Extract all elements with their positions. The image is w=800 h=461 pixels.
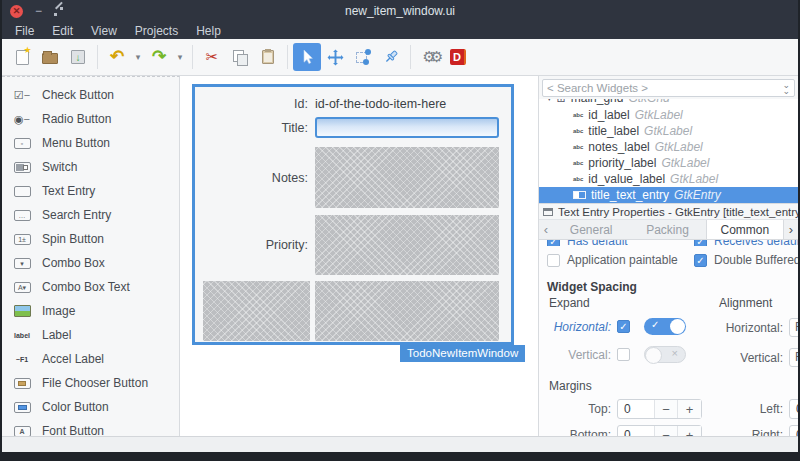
devhelp-button[interactable]: D bbox=[444, 43, 472, 71]
redo-menu-button[interactable]: ▾ bbox=[173, 43, 187, 71]
double-buffered-label: Double Buffered bbox=[714, 253, 798, 267]
right-placeholder[interactable] bbox=[315, 281, 499, 341]
tab-general[interactable]: General bbox=[553, 220, 629, 239]
tree-row-clipped[interactable]: ▾ ⊞ main_grid GtkGrid bbox=[539, 99, 798, 107]
tree-row-title-text-entry-selected[interactable]: title_text_entry GtkEntry bbox=[539, 187, 798, 203]
select-mode-button[interactable] bbox=[293, 43, 321, 71]
margin-bottom-value[interactable]: 0 bbox=[618, 426, 654, 436]
priority-label[interactable]: Priority: bbox=[203, 238, 315, 252]
margin-right-value[interactable]: 0 bbox=[789, 425, 798, 436]
expand-all-icon[interactable]: ⌄⌄ bbox=[782, 82, 790, 94]
new-project-button[interactable] bbox=[8, 43, 36, 71]
search-widgets-input[interactable] bbox=[547, 82, 782, 94]
copy-button[interactable] bbox=[226, 43, 254, 71]
vexpand-checkbox[interactable] bbox=[617, 348, 630, 361]
palette-item-font-button[interactable]: A Font Button bbox=[2, 419, 179, 436]
palette-item-label[interactable]: label Label bbox=[2, 323, 179, 347]
plus-button[interactable]: + bbox=[677, 400, 701, 418]
notes-placeholder[interactable] bbox=[315, 147, 499, 208]
paste-button[interactable] bbox=[254, 43, 282, 71]
priority-placeholder[interactable] bbox=[315, 215, 499, 275]
left-placeholder[interactable] bbox=[203, 281, 310, 341]
id-value-label[interactable]: id-of-the-todo-item-here bbox=[315, 97, 499, 111]
undo-menu-button[interactable]: ▾ bbox=[131, 43, 145, 71]
palette-item-accel-label[interactable]: −F1 Accel Label bbox=[2, 347, 179, 371]
menu-view[interactable]: View bbox=[82, 24, 126, 38]
search-widgets-box[interactable]: ⌄⌄ bbox=[542, 79, 795, 97]
toolbar-separator bbox=[97, 45, 98, 69]
margin-top-value[interactable]: 0 bbox=[618, 400, 654, 418]
glade-window: new_item_window.ui ✕ − File Edit View Pr… bbox=[0, 0, 800, 461]
menu-edit[interactable]: Edit bbox=[43, 24, 82, 38]
title-label[interactable]: Title: bbox=[203, 121, 315, 135]
checkbox[interactable]: ✓ bbox=[547, 240, 560, 246]
double-buffered-checkbox[interactable]: ✓ bbox=[694, 254, 707, 267]
window-frame-icon bbox=[543, 208, 553, 216]
tree-row-id-label[interactable]: abc id_label GtkLabel bbox=[539, 107, 798, 123]
palette-item-radio-button[interactable]: ◉− Radio Button bbox=[2, 107, 179, 131]
tree-row-priority-label[interactable]: abc priority_label GtkLabel bbox=[539, 155, 798, 171]
palette-item-check-button[interactable]: ☑− Check Button bbox=[2, 83, 179, 107]
halign-dropdown[interactable]: Fil bbox=[789, 318, 798, 337]
tab-scroll-left-icon[interactable]: ‹ bbox=[539, 220, 553, 239]
tree-row-notes-label[interactable]: abc notes_label GtkLabel bbox=[539, 139, 798, 155]
margin-left-value[interactable]: 0 bbox=[789, 399, 798, 419]
notes-label[interactable]: Notes: bbox=[203, 171, 315, 185]
vexpand-toggle[interactable] bbox=[644, 346, 686, 363]
margin-bottom-spinner: 0 − + bbox=[617, 425, 702, 436]
palette-item-label: Color Button bbox=[42, 400, 109, 414]
tab-scroll-right-icon[interactable]: › bbox=[784, 220, 798, 239]
menu-projects[interactable]: Projects bbox=[126, 24, 187, 38]
minus-button[interactable]: − bbox=[654, 400, 678, 418]
window-tag[interactable]: TodoNewItemWindow bbox=[400, 345, 525, 362]
menubar: File Edit View Projects Help bbox=[2, 22, 798, 39]
save-project-button[interactable]: ↓ bbox=[64, 43, 92, 71]
menu-help[interactable]: Help bbox=[187, 24, 230, 38]
label-icon: abc bbox=[573, 176, 583, 182]
palette-item-menu-button[interactable]: ▫ Menu Button bbox=[2, 131, 179, 155]
redo-button[interactable]: ↷ bbox=[145, 43, 173, 71]
application-paintable-checkbox[interactable] bbox=[547, 254, 560, 267]
palette-item-spin-button[interactable]: 1± Spin Button bbox=[2, 227, 179, 251]
palette-item-text-entry[interactable]: Text Entry bbox=[2, 179, 179, 203]
minus-button[interactable]: − bbox=[654, 426, 678, 436]
tab-packing[interactable]: Packing bbox=[629, 220, 705, 239]
palette-item-color-button[interactable]: Color Button bbox=[2, 395, 179, 419]
cut-button[interactable]: ✂ bbox=[198, 43, 226, 71]
title-text-entry[interactable] bbox=[315, 117, 499, 138]
palette-item-image[interactable]: Image bbox=[2, 299, 179, 323]
palette-item-label: File Chooser Button bbox=[42, 376, 148, 390]
palette-item-label: Image bbox=[42, 304, 75, 318]
menu-file[interactable]: File bbox=[6, 24, 43, 38]
pin-mode-button[interactable] bbox=[377, 43, 405, 71]
chevron-down-icon: ▾ bbox=[178, 52, 183, 62]
margins-heading: Margins bbox=[547, 379, 798, 393]
maximize-icon[interactable] bbox=[54, 7, 63, 16]
tree-node-name: notes_label bbox=[588, 140, 649, 154]
margin-bottom-label: Bottom: bbox=[547, 428, 617, 436]
palette-item-combo-box[interactable]: ▾ Combo Box bbox=[2, 251, 179, 275]
valign-dropdown[interactable]: Fil bbox=[789, 348, 798, 367]
id-label[interactable]: Id: bbox=[203, 97, 315, 111]
tab-common[interactable]: Common bbox=[706, 220, 784, 239]
margin-top-label: Top: bbox=[547, 402, 617, 416]
palette-item-search-entry[interactable]: … Search Entry bbox=[2, 203, 179, 227]
palette-item-switch[interactable]: Switch bbox=[2, 155, 179, 179]
tree-node-name: priority_label bbox=[588, 156, 656, 170]
design-canvas[interactable]: Id: id-of-the-todo-item-here Title: Note… bbox=[192, 84, 514, 345]
drag-resize-mode-button[interactable] bbox=[321, 43, 349, 71]
preferences-button[interactable]: ⚙⚙ bbox=[416, 43, 444, 71]
margin-edit-mode-button[interactable] bbox=[349, 43, 377, 71]
plus-button[interactable]: + bbox=[677, 426, 701, 436]
tree-row-id-value-label[interactable]: abc id_value_label GtkLabel bbox=[539, 171, 798, 187]
hexpand-toggle[interactable] bbox=[644, 318, 686, 335]
expander-icon[interactable]: ▾ bbox=[547, 99, 552, 103]
palette-item-combo-box-text[interactable]: A▾ Combo Box Text bbox=[2, 275, 179, 299]
undo-button[interactable]: ↶ bbox=[103, 43, 131, 71]
open-project-button[interactable] bbox=[36, 43, 64, 71]
palette-item-file-chooser-button[interactable]: File Chooser Button bbox=[2, 371, 179, 395]
tree-row-title-label[interactable]: abc title_label GtkLabel bbox=[539, 123, 798, 139]
hexpand-checkbox[interactable]: ✓ bbox=[617, 320, 630, 333]
palette-item-label: Check Button bbox=[42, 88, 114, 102]
checkbox[interactable]: ✓ bbox=[694, 240, 707, 246]
